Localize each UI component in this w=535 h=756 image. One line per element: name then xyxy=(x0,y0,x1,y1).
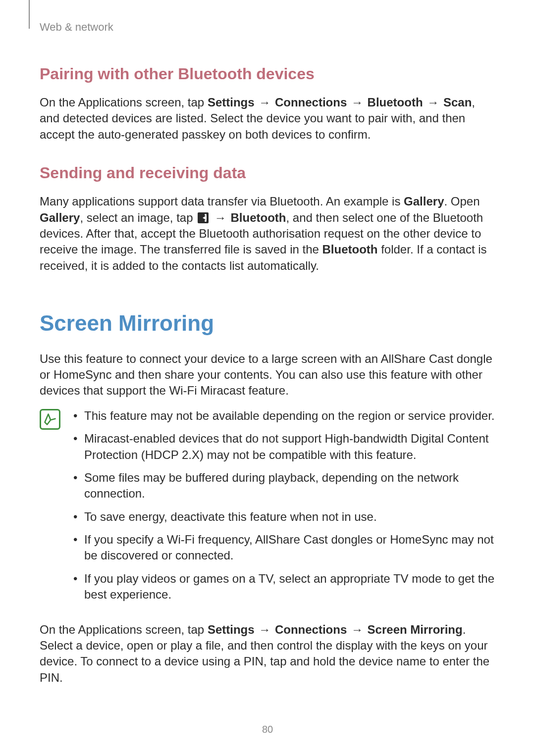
list-item: If you play videos or games on a TV, sel… xyxy=(70,571,495,603)
label-gallery: Gallery xyxy=(404,195,444,208)
breadcrumb: Web & network xyxy=(40,20,495,35)
label-scan: Scan xyxy=(443,96,472,109)
label-connections: Connections xyxy=(275,623,347,636)
label-screen-mirroring: Screen Mirroring xyxy=(368,623,463,636)
text: Many applications support data transfer … xyxy=(40,195,404,208)
note-block: This feature may not be available depend… xyxy=(40,408,495,610)
text: On the Applications screen, tap xyxy=(40,623,208,636)
list-item: If you specify a Wi-Fi frequency, AllSha… xyxy=(70,532,495,564)
heading-sending: Sending and receiving data xyxy=(40,162,495,184)
share-icon xyxy=(198,212,209,223)
text: . Open xyxy=(444,195,480,208)
para-sending: Many applications support data transfer … xyxy=(40,194,495,274)
heading-pairing: Pairing with other Bluetooth devices xyxy=(40,63,495,85)
header-rule xyxy=(29,0,30,29)
label-gallery: Gallery xyxy=(40,211,80,224)
arrow-icon: → xyxy=(214,210,227,226)
label-bluetooth: Bluetooth xyxy=(231,211,286,224)
list-item: This feature may not be available depend… xyxy=(70,408,495,424)
arrow-icon: → xyxy=(426,95,440,110)
para-sm-outro: On the Applications screen, tap Settings… xyxy=(40,622,495,686)
page-number: 80 xyxy=(0,723,535,736)
note-icon xyxy=(40,409,60,430)
arrow-icon: → xyxy=(350,95,364,110)
arrow-icon: → xyxy=(258,622,271,638)
label-bluetooth: Bluetooth xyxy=(368,96,423,109)
text: On the Applications screen, tap xyxy=(40,96,208,109)
list-item: Miracast-enabled devices that do not sup… xyxy=(70,431,495,463)
label-settings: Settings xyxy=(208,96,255,109)
note-list: This feature may not be available depend… xyxy=(70,408,495,610)
para-pairing: On the Applications screen, tap Settings… xyxy=(40,95,495,143)
heading-screen-mirroring: Screen Mirroring xyxy=(40,308,495,338)
list-item: To save energy, deactivate this feature … xyxy=(70,509,495,525)
document-page: Web & network Pairing with other Bluetoo… xyxy=(0,0,535,756)
arrow-icon: → xyxy=(258,95,271,110)
arrow-icon: → xyxy=(350,622,364,638)
label-connections: Connections xyxy=(275,96,347,109)
label-settings: Settings xyxy=(208,623,255,636)
list-item: Some files may be buffered during playba… xyxy=(70,470,495,502)
label-bluetooth: Bluetooth xyxy=(322,243,378,256)
text: , select an image, tap xyxy=(80,211,196,224)
para-sm-intro: Use this feature to connect your device … xyxy=(40,351,495,399)
